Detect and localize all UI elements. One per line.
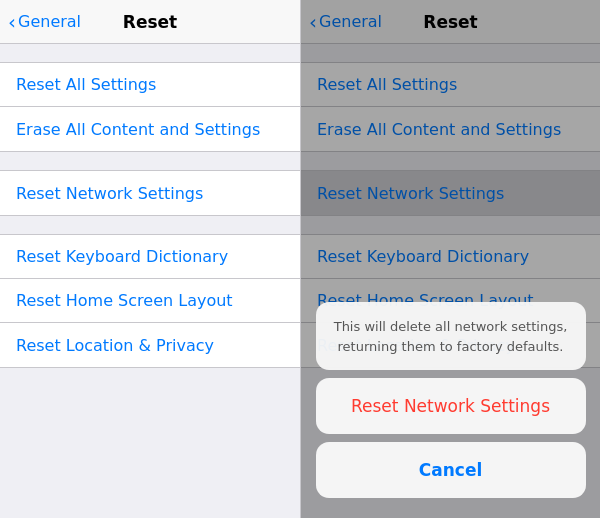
action-sheet-info: This will delete all network settings, r… [316, 302, 586, 370]
left-panel: ‹ General Reset Reset All Settings Erase… [0, 0, 300, 518]
left-nav-bar: ‹ General Reset [0, 0, 300, 44]
left-back-button[interactable]: ‹ General [8, 12, 81, 32]
left-back-label: General [18, 12, 81, 31]
left-section-3: Reset Keyboard Dictionary Reset Home Scr… [0, 234, 300, 368]
cancel-button[interactable]: Cancel [316, 442, 586, 498]
left-gap-top [0, 44, 300, 62]
chevron-left-icon: ‹ [8, 12, 16, 32]
right-panel: ‹ General Reset Reset All Settings Erase… [300, 0, 600, 518]
left-nav-title: Reset [123, 12, 177, 32]
left-gap-3 [0, 216, 300, 234]
reset-network-confirm-label: Reset Network Settings [351, 396, 550, 416]
action-sheet: This will delete all network settings, r… [316, 302, 586, 498]
left-section-2: Reset Network Settings [0, 170, 300, 216]
left-reset-location[interactable]: Reset Location & Privacy [0, 323, 300, 367]
left-reset-network[interactable]: Reset Network Settings [0, 171, 300, 215]
action-sheet-message: This will delete all network settings, r… [334, 319, 568, 354]
reset-network-confirm-button[interactable]: Reset Network Settings [316, 378, 586, 434]
left-erase-all-content[interactable]: Erase All Content and Settings [0, 107, 300, 151]
left-section-1: Reset All Settings Erase All Content and… [0, 62, 300, 152]
left-reset-all-settings[interactable]: Reset All Settings [0, 63, 300, 107]
left-reset-keyboard[interactable]: Reset Keyboard Dictionary [0, 235, 300, 279]
left-reset-home-screen[interactable]: Reset Home Screen Layout [0, 279, 300, 323]
left-gap-2 [0, 152, 300, 170]
cancel-label: Cancel [419, 460, 482, 480]
action-sheet-overlay: This will delete all network settings, r… [301, 0, 600, 518]
